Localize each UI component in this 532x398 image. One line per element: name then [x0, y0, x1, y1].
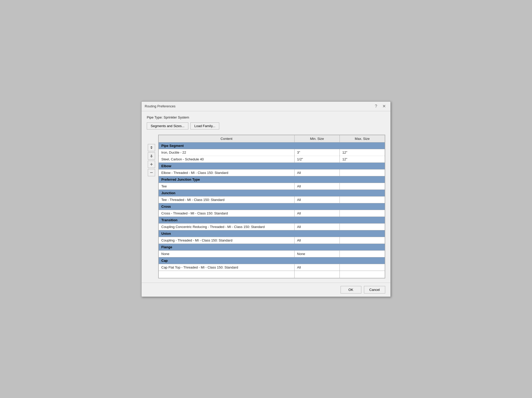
table-section-header: Elbow	[159, 162, 385, 169]
table-row[interactable]: Cap Flat Top - Threaded - MI - Class 150…	[159, 264, 385, 271]
cell-content: None	[159, 250, 295, 257]
help-button[interactable]: ?	[373, 104, 379, 109]
side-controls	[147, 135, 156, 278]
cell-max-size	[340, 250, 385, 257]
move-up-icon	[150, 146, 153, 149]
dialog-title: Routing Preferences	[145, 104, 176, 108]
move-down-button[interactable]	[148, 152, 155, 160]
cell-content: Cap Flat Top - Threaded - MI - Class 150…	[159, 264, 295, 271]
cell-min-size: All	[294, 223, 340, 230]
table-section-header: Union	[159, 230, 385, 237]
cancel-button[interactable]: Cancel	[364, 286, 385, 293]
table-row[interactable]: Iron, Ductile - 223"12"	[159, 149, 385, 156]
cell-max-size: 12"	[340, 149, 385, 156]
cell-max-size	[340, 183, 385, 190]
table-section-header: Pipe Segment	[159, 142, 385, 149]
table-section-header: Cross	[159, 203, 385, 210]
cell-content: Tee	[159, 183, 295, 190]
cell-content: Steel, Carbon - Schedule 40	[159, 156, 295, 162]
move-up-button[interactable]	[148, 144, 155, 151]
cell-min-size: None	[294, 250, 340, 257]
cell-max-size	[340, 237, 385, 244]
ok-button[interactable]: OK	[341, 286, 361, 293]
table-section-header: Flange	[159, 244, 385, 250]
cell-min-size: 1/2"	[294, 156, 340, 162]
load-family-button[interactable]: Load Family...	[190, 122, 219, 129]
routing-preferences-dialog: Routing Preferences ? ✕ Pipe Type: Sprin…	[141, 101, 391, 297]
cell-max-size	[340, 264, 385, 271]
header-content: Content	[159, 135, 295, 142]
table-row[interactable]: Coupling Concentric Reducing - Threaded …	[159, 223, 385, 230]
content-table: Content Min. Size Max. Size Pipe Segment…	[158, 135, 385, 278]
table-row[interactable]: Cross - Threaded - MI - Class 150: Stand…	[159, 210, 385, 217]
table-row[interactable]: Steel, Carbon - Schedule 401/2"12"	[159, 156, 385, 162]
title-bar-controls: ? ✕	[373, 104, 387, 109]
cell-min-size: 3"	[294, 149, 340, 156]
move-down-icon	[150, 154, 153, 158]
add-icon	[150, 162, 153, 166]
cell-max-size: 12"	[340, 156, 385, 162]
cell-min-size: All	[294, 169, 340, 176]
dialog-footer: OK Cancel	[142, 283, 390, 297]
title-bar: Routing Preferences ? ✕	[142, 102, 390, 111]
header-max-size: Max. Size	[340, 135, 385, 142]
cell-content: Coupling Concentric Reducing - Threaded …	[159, 223, 295, 230]
segments-sizes-button[interactable]: Segments and Sizes...	[147, 122, 188, 129]
pipe-type-label: Pipe Type: Sprinkler System	[147, 115, 385, 119]
close-button[interactable]: ✕	[381, 104, 387, 109]
cell-min-size: All	[294, 237, 340, 244]
cell-content: Iron, Ductile - 22	[159, 149, 295, 156]
empty-row	[159, 271, 385, 278]
table-section: Content Min. Size Max. Size Pipe Segment…	[147, 135, 385, 278]
cell-content: Coupling - Threaded - MI - Class 150: St…	[159, 237, 295, 244]
table-section-header: Transition	[159, 217, 385, 223]
table-row[interactable]: NoneNone	[159, 250, 385, 257]
table-row[interactable]: Tee - Threaded - MI - Class 150: Standar…	[159, 196, 385, 203]
dialog-content: Pipe Type: Sprinkler System Segments and…	[142, 111, 390, 283]
table-row[interactable]: TeeAll	[159, 183, 385, 190]
cell-content: Elbow - Threaded - MI - Class 150: Stand…	[159, 169, 295, 176]
cell-max-size	[340, 223, 385, 230]
cell-content: Cross - Threaded - MI - Class 150: Stand…	[159, 210, 295, 217]
cell-min-size: All	[294, 196, 340, 203]
table-section-header: Cap	[159, 257, 385, 264]
cell-min-size: All	[294, 183, 340, 190]
add-button[interactable]	[148, 161, 155, 168]
table-header-row: Content Min. Size Max. Size	[159, 135, 385, 142]
button-row: Segments and Sizes... Load Family...	[147, 122, 385, 129]
cell-min-size: All	[294, 264, 340, 271]
cell-content: Tee - Threaded - MI - Class 150: Standar…	[159, 196, 295, 203]
header-min-size: Min. Size	[294, 135, 340, 142]
routing-table: Content Min. Size Max. Size Pipe Segment…	[158, 135, 385, 278]
cell-max-size	[340, 169, 385, 176]
remove-button[interactable]	[148, 169, 155, 176]
table-section-header: Junction	[159, 190, 385, 196]
table-row[interactable]: Coupling - Threaded - MI - Class 150: St…	[159, 237, 385, 244]
cell-max-size	[340, 196, 385, 203]
remove-icon	[150, 171, 153, 174]
table-section-header: Preferred Junction Type	[159, 176, 385, 183]
table-row[interactable]: Elbow - Threaded - MI - Class 150: Stand…	[159, 169, 385, 176]
cell-max-size	[340, 210, 385, 217]
cell-min-size: All	[294, 210, 340, 217]
